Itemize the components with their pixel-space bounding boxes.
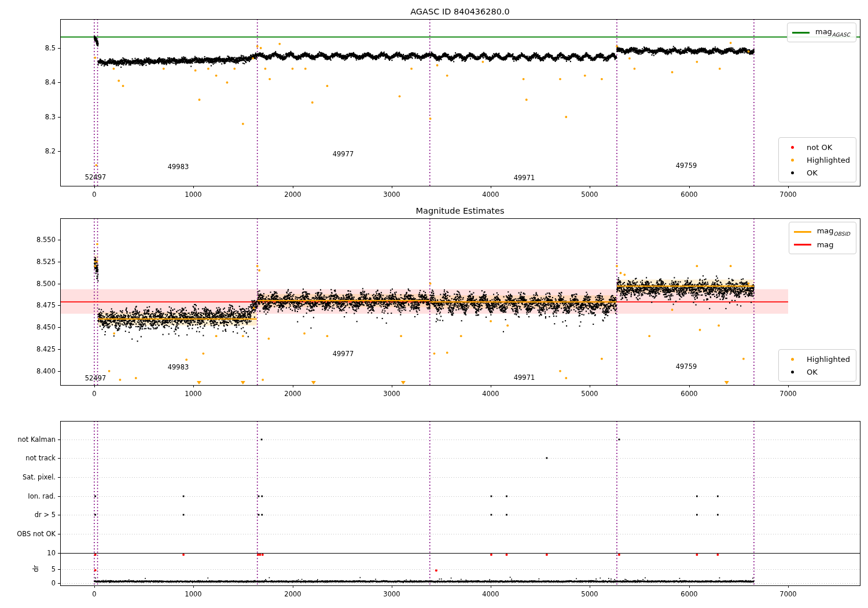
- obsid-label: 49759: [676, 162, 697, 170]
- legend: magOBSIDmag: [789, 222, 856, 254]
- obsid-label: 49971: [514, 373, 535, 382]
- legend-marker-swatch: [784, 146, 801, 149]
- x-tick-label: 2000: [284, 390, 301, 398]
- x-tick-label: 2000: [284, 590, 301, 598]
- x-tick-label: 1000: [185, 191, 201, 199]
- obsid-label: 49977: [333, 150, 354, 158]
- x-tick-label: 0: [92, 390, 96, 398]
- obsid-label: 52497: [85, 173, 106, 181]
- dr-tick-label: 0: [52, 579, 56, 587]
- legend-marker-swatch: [784, 358, 801, 361]
- y-tick-label: 8.400: [36, 367, 56, 375]
- obsid-label: 49759: [676, 362, 697, 371]
- obsid-label: 49983: [168, 163, 189, 171]
- y-tick-label: 8.3: [45, 113, 56, 121]
- y-tick-label: 8.450: [36, 323, 56, 331]
- x-tick-label: 3000: [383, 191, 400, 199]
- obsid-label: 52497: [85, 374, 106, 382]
- x-tick-label: 4000: [482, 191, 499, 199]
- legend-marker-swatch: [784, 171, 801, 174]
- x-tick-label: 5000: [581, 590, 598, 598]
- legend-marker-swatch: [784, 159, 801, 162]
- x-tick-label: 5000: [581, 390, 598, 398]
- x-tick-label: 3000: [383, 590, 400, 598]
- x-tick-label: 6000: [681, 191, 697, 199]
- legend-item: mag: [794, 238, 850, 251]
- x-tick-label: 0: [92, 191, 96, 199]
- top-chart-title: AGASC ID 840436280.0: [410, 7, 510, 16]
- middle-chart-title: Magnitude Estimates: [415, 206, 504, 215]
- x-tick-label: 5000: [581, 191, 598, 199]
- x-tick-label: 4000: [482, 390, 499, 398]
- legend-item: not OK: [784, 141, 850, 153]
- legend-item-label: magOBSID: [817, 226, 850, 237]
- legend-item: OK: [784, 166, 850, 179]
- flag-row-label: Ion. rad.: [28, 492, 56, 500]
- x-tick-label: 3000: [383, 390, 400, 398]
- flag-row-label: Sat. pixel.: [23, 473, 56, 481]
- legend-line-swatch: [794, 231, 811, 233]
- x-tick-label: 7000: [779, 390, 796, 398]
- legend: HighlightedOK: [778, 349, 856, 382]
- legend-marker-swatch: [784, 371, 801, 373]
- x-tick-label: 0: [92, 590, 96, 598]
- y-tick-label: 8.2: [45, 147, 56, 155]
- figure: AGASC ID 840436280.0 Magnitude Estimates…: [0, 0, 868, 608]
- figure-canvas: [0, 0, 868, 608]
- flag-row-label: dr > 5: [35, 511, 56, 519]
- legend-item: magOBSID: [794, 225, 850, 238]
- legend-item-label: Highlighted: [807, 355, 850, 364]
- legend-item: Highlighted: [784, 353, 850, 365]
- x-tick-label: 1000: [185, 590, 201, 598]
- x-tick-label: 7000: [779, 191, 796, 199]
- legend-item-label: magAGASC: [815, 27, 850, 38]
- dr-axis-label: dr: [32, 565, 40, 572]
- y-tick-label: 8.475: [36, 301, 56, 309]
- legend-item-label: OK: [807, 368, 818, 376]
- dr-tick-label: 10: [47, 549, 56, 557]
- legend: magAGASC: [787, 23, 856, 42]
- x-tick-label: 4000: [482, 590, 499, 598]
- x-tick-label: 7000: [779, 590, 796, 598]
- legend-item: Highlighted: [784, 153, 850, 166]
- legend: not OKHighlightedOK: [778, 137, 856, 182]
- legend-item: OK: [784, 365, 850, 378]
- legend-item-label: mag: [817, 240, 834, 249]
- obsid-label: 49983: [168, 363, 189, 371]
- y-tick-label: 8.425: [36, 345, 56, 353]
- flag-row-label: not Kalman: [17, 435, 56, 444]
- obsid-label: 49977: [333, 350, 354, 358]
- y-tick-label: 8.525: [36, 258, 56, 266]
- x-tick-label: 6000: [681, 390, 697, 398]
- y-tick-label: 8.550: [36, 236, 56, 244]
- legend-item-label: not OK: [807, 143, 832, 152]
- y-tick-label: 8.4: [45, 78, 56, 86]
- obsid-label: 49971: [514, 174, 535, 182]
- legend-item: magAGASC: [792, 26, 850, 39]
- x-tick-label: 6000: [681, 590, 697, 598]
- dr-tick-label: 5: [52, 565, 56, 573]
- legend-line-swatch: [792, 32, 810, 34]
- x-tick-label: 1000: [185, 390, 201, 398]
- legend-line-swatch: [794, 244, 811, 246]
- flag-row-label: not track: [25, 454, 56, 462]
- legend-item-label: OK: [807, 169, 818, 177]
- y-tick-label: 8.500: [36, 280, 56, 288]
- legend-item-label: Highlighted: [807, 156, 850, 164]
- flag-row-label: OBS not OK: [17, 530, 56, 538]
- x-tick-label: 2000: [284, 191, 301, 199]
- y-tick-label: 8.5: [45, 44, 56, 52]
